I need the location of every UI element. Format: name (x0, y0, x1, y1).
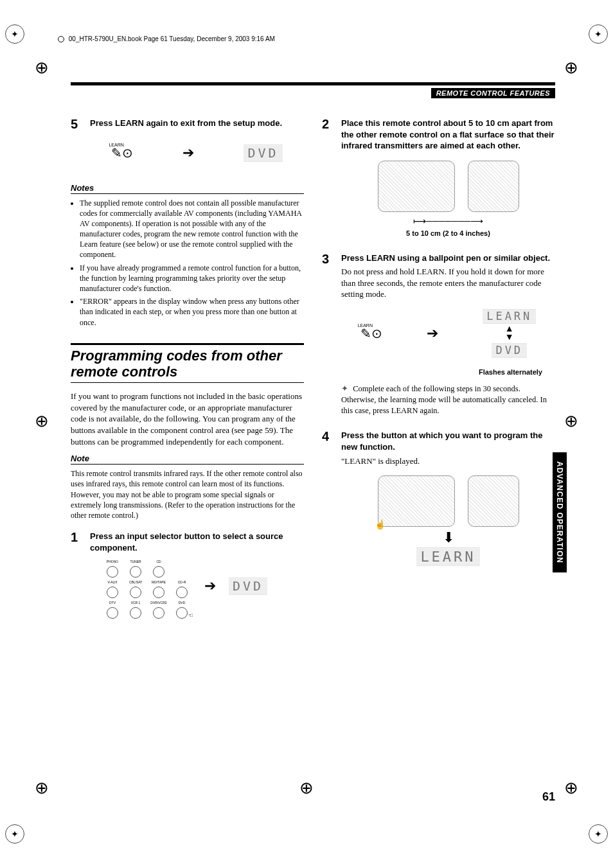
alternating-display-diagram: LEARN ▲▼ DVD (483, 308, 536, 358)
arrow-right-icon: ➔ (204, 578, 216, 594)
section-title: Programming codes from other remote cont… (71, 343, 304, 384)
arrow-down-icon: ⬇ (341, 529, 555, 546)
notes-heading: Notes (71, 183, 304, 194)
pen-icon: ✎⊙ (111, 146, 133, 160)
note-item: If you have already programmed a remote … (80, 263, 304, 294)
step-number: 3 (322, 252, 335, 423)
arrow-right-icon: ➔ (427, 325, 438, 342)
remote-display: DVD (244, 144, 282, 162)
note-item: "ERROR" appears in the display window wh… (80, 296, 304, 328)
step-2: 2 Place this remote control about 5 to 1… (322, 118, 555, 242)
side-tab: ADVANCED OPERATION (553, 452, 567, 572)
input-selector-diagram: PHONOTUNERCD V-AUXCBL/SATMD/TAPECD-R DTV… (103, 560, 191, 619)
step-number: 4 (322, 430, 335, 570)
arrow-right-icon: ➔ (182, 145, 194, 161)
remote-display-dvd: DVD (492, 342, 527, 358)
remote-b-icon (468, 475, 519, 527)
step-text: Do not press and hold LEARN. If you hold… (341, 266, 555, 300)
step-5: 5 Press LEARN again to exit from the set… (71, 118, 304, 177)
step-title: Place this remote control about 5 to 10 … (341, 118, 555, 152)
learn-button-label: LEARN (358, 323, 373, 328)
tip-paragraph: Complete each of the following steps in … (341, 384, 555, 416)
right-column: 2 Place this remote control about 5 to 1… (322, 118, 555, 625)
section-header: REMOTE CONTROL FEATURES (431, 88, 555, 98)
hand-pointer-icon: ☝ (375, 519, 386, 530)
updown-arrow-icon: ▲▼ (505, 325, 514, 341)
step-3: 3 Press LEARN using a ballpoint pen or s… (322, 252, 555, 423)
step-4: 4 Press the button at which you want to … (322, 430, 555, 570)
hand-pointer-icon: ☜ (188, 612, 193, 619)
page-number: 61 (542, 790, 555, 804)
pen-icon: ✎⊙ (360, 326, 382, 341)
distance-arrow-icon: ⟼───────⟶ (341, 216, 555, 227)
two-remotes-diagram (341, 161, 555, 212)
note-heading: Note (71, 454, 304, 465)
step-1: 1 Press an input selector button to sele… (71, 531, 304, 619)
note-paragraph: This remote control transmits infrared r… (71, 468, 304, 520)
step-title: Press an input selector button to select… (90, 531, 304, 553)
distance-caption: 5 to 10 cm (2 to 4 inches) (341, 229, 555, 237)
tip-icon (341, 384, 351, 393)
remote-display-learn: LEARN (416, 547, 479, 566)
step-title: Press LEARN again to exit from the setup… (90, 118, 304, 129)
learn-button-label: LEARN (109, 143, 123, 147)
step-title: Press LEARN using a ballpoint pen or sim… (341, 252, 555, 264)
step-number: 2 (322, 118, 335, 242)
step-text: "LEARN" is displayed. (341, 456, 555, 467)
intro-paragraph: If you want to program functions not inc… (71, 391, 304, 447)
left-column: 5 Press LEARN again to exit from the set… (71, 118, 304, 625)
flashes-caption: Flashes alternately (341, 368, 542, 376)
remote-display: DVD (229, 577, 267, 595)
step-number: 5 (71, 118, 84, 177)
two-remotes-diagram: ☝ (341, 475, 555, 527)
remote-a-icon: ☝ (378, 475, 455, 527)
step-number: 1 (71, 531, 84, 619)
print-page-header: 00_HTR-5790U_EN.book Page 61 Tuesday, De… (58, 35, 275, 42)
remote-b-icon (468, 161, 519, 212)
notes-list: The supplied remote control does not con… (71, 198, 304, 328)
step-title: Press the button at which you want to pr… (341, 430, 555, 452)
remote-display-learn: LEARN (483, 308, 536, 324)
remote-a-icon (378, 161, 455, 212)
note-item: The supplied remote control does not con… (80, 198, 304, 260)
